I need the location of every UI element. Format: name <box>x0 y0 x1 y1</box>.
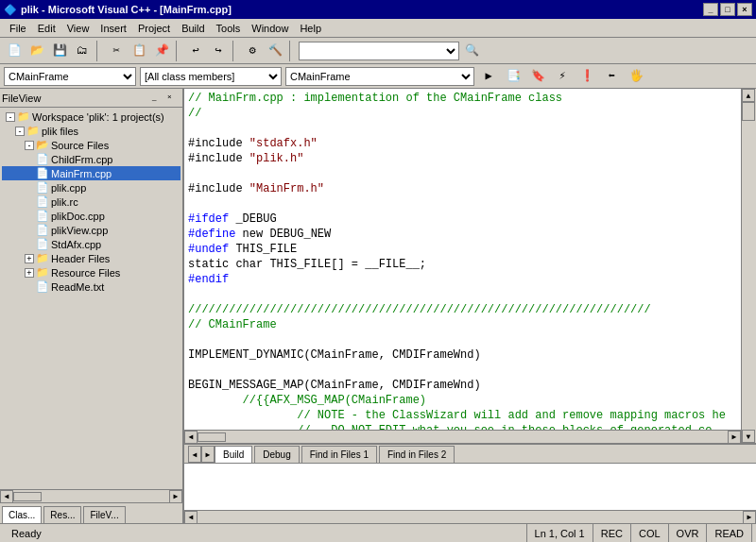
resource-expand-icon[interactable]: + <box>25 268 34 278</box>
output-content[interactable] <box>184 464 756 510</box>
vscroll-track[interactable] <box>742 102 756 430</box>
toolbar-icon-1[interactable]: 📑 <box>503 66 524 87</box>
plik-files-node[interactable]: - 📁 plik files <box>2 124 180 138</box>
vscroll-thumb[interactable] <box>742 102 755 121</box>
toolbar-icon-6[interactable]: 🖐 <box>626 66 646 87</box>
header-expand-icon[interactable]: + <box>25 254 34 263</box>
resource-tab[interactable]: Res... <box>43 506 81 523</box>
menu-tools[interactable]: Tools <box>211 21 247 36</box>
search-button[interactable]: 🔍 <box>461 41 482 61</box>
toolbar-separator-4 <box>289 41 295 61</box>
paste-button[interactable]: 📌 <box>151 41 172 61</box>
cpp-file-icon-3: 📄 <box>36 181 49 194</box>
editor-scroll-track[interactable] <box>198 432 728 443</box>
position-text: Ln 1, Col 1 <box>535 528 585 539</box>
plik-rc-file[interactable]: 📄 plik.rc <box>2 195 180 209</box>
editor-scroll-thumb[interactable] <box>198 432 226 442</box>
header-files-node[interactable]: + 📁 Header Files <box>2 251 180 265</box>
debug-tab[interactable]: Debug <box>254 446 299 463</box>
file-selector[interactable]: CMainFrame <box>285 67 474 86</box>
code-editor[interactable]: // MainFrm.cpp : implementation of the C… <box>184 89 741 430</box>
editor-scroll-left[interactable]: ◀ <box>184 431 198 444</box>
plikview-file[interactable]: 📄 plikView.cpp <box>2 223 180 237</box>
output-tab-right[interactable]: ▶ <box>201 446 215 463</box>
toolbar-icon-3[interactable]: ⚡ <box>552 66 573 87</box>
header-folder-icon: 📁 <box>36 252 49 264</box>
find-files-2-tab[interactable]: Find in Files 2 <box>379 446 455 463</box>
save-workspace-button[interactable]: 🗂 <box>72 41 93 61</box>
editor-scroll-up[interactable]: ▲ <box>742 89 755 102</box>
output-scrollbar-h[interactable]: ◀ ▶ <box>184 510 756 523</box>
tree-minimize[interactable]: _ <box>152 93 165 104</box>
cut-button[interactable]: ✂ <box>106 41 127 61</box>
tree-scroll-left[interactable]: ◀ <box>0 490 13 503</box>
member-selector[interactable]: [All class members] <box>140 67 282 86</box>
output-scroll-track[interactable] <box>198 512 743 523</box>
source-files-node[interactable]: - 📂 Source Files <box>2 138 180 152</box>
build-tab[interactable]: Build <box>215 446 252 463</box>
editor-vscrollbar[interactable]: ▲ ▼ <box>741 89 756 443</box>
mainfrm-file[interactable]: 📄 MainFrm.cpp <box>2 166 180 180</box>
tree-tabs: Clas... Res... FileV... <box>0 502 182 523</box>
tree-scroll-thumb[interactable] <box>13 492 42 501</box>
childfrm-file[interactable]: 📄 ChildFrm.cpp <box>2 152 180 166</box>
plik-cpp-file[interactable]: 📄 plik.cpp <box>2 180 180 195</box>
output-scroll-left[interactable]: ◀ <box>184 511 198 524</box>
menu-window[interactable]: Window <box>246 21 294 36</box>
new-button[interactable]: 📄 <box>4 41 25 61</box>
stdafx-label: StdAfx.cpp <box>51 239 101 250</box>
toolbar-icon-2[interactable]: 🔖 <box>527 66 548 87</box>
file-tree-title: FileView <box>2 93 41 104</box>
class-tab[interactable]: Clas... <box>2 506 42 523</box>
tree-scroll-track[interactable] <box>13 491 169 502</box>
toolbar-icon-5[interactable]: ⬅ <box>601 66 622 87</box>
plikdoc-file[interactable]: 📄 plikDoc.cpp <box>2 209 180 223</box>
menu-help[interactable]: Help <box>294 21 327 36</box>
search-dropdown[interactable] <box>299 42 459 60</box>
editor-scroll-right[interactable]: ▶ <box>728 431 741 444</box>
readme-file[interactable]: 📄 ReadMe.txt <box>2 279 180 294</box>
editor-scrollbar-h[interactable]: ◀ ▶ <box>184 430 741 443</box>
menu-file[interactable]: File <box>4 21 32 36</box>
save-button[interactable]: 💾 <box>49 41 70 61</box>
tree-content: - 📁 Workspace 'plik': 1 project(s) - 📁 p… <box>0 108 182 489</box>
class-selector[interactable]: CMainFrame <box>4 67 136 86</box>
minimize-button[interactable]: _ <box>703 3 718 16</box>
stdafx-file[interactable]: 📄 StdAfx.cpp <box>2 237 180 251</box>
workspace-root[interactable]: - 📁 Workspace 'plik': 1 project(s) <box>2 110 180 124</box>
editor-scroll-down[interactable]: ▼ <box>742 430 755 443</box>
cpp-file-icon-5: 📄 <box>36 224 49 236</box>
tree-close[interactable]: × <box>167 93 180 104</box>
main-toolbar: 📄 📂 💾 🗂 ✂ 📋 📌 ↩ ↪ ⚙ 🔨 🔍 <box>0 38 756 64</box>
maximize-button[interactable]: □ <box>720 3 735 16</box>
redo-button[interactable]: ↪ <box>208 41 229 61</box>
menu-build[interactable]: Build <box>176 21 210 36</box>
compile-button[interactable]: ⚙ <box>242 41 263 61</box>
toolbar-icon-4[interactable]: ❗ <box>576 66 597 87</box>
right-panel: // MainFrm.cpp : implementation of the C… <box>184 89 756 523</box>
undo-button[interactable]: ↩ <box>185 41 206 61</box>
source-expand-icon[interactable]: - <box>25 141 34 150</box>
ovr-text: OVR <box>677 528 699 539</box>
menu-edit[interactable]: Edit <box>32 21 61 36</box>
find-files-1-tab[interactable]: Find in Files 1 <box>301 446 377 463</box>
plik-expand-icon[interactable]: - <box>15 127 25 136</box>
copy-button[interactable]: 📋 <box>129 41 149 61</box>
output-scroll-right[interactable]: ▶ <box>743 511 756 524</box>
tree-scrollbar-h[interactable]: ◀ ▶ <box>0 489 182 502</box>
file-tree-header: FileView _ × <box>0 89 182 108</box>
output-tab-left[interactable]: ◀ <box>188 446 201 463</box>
app-icon: 🔷 <box>4 4 17 16</box>
build-button[interactable]: 🔨 <box>265 41 285 61</box>
menu-view[interactable]: View <box>61 21 95 36</box>
go-button[interactable]: ▶ <box>478 66 499 87</box>
fileview-tab[interactable]: FileV... <box>83 506 125 523</box>
close-button[interactable]: × <box>737 3 752 16</box>
open-button[interactable]: 📂 <box>26 41 47 61</box>
workspace-expand-icon[interactable]: - <box>6 112 15 122</box>
tree-scroll-right[interactable]: ▶ <box>169 490 182 503</box>
menu-insert[interactable]: Insert <box>94 21 132 36</box>
resource-files-node[interactable]: + 📁 Resource Files <box>2 265 180 279</box>
menu-project[interactable]: Project <box>132 21 176 36</box>
resource-folder-icon: 📁 <box>36 266 49 279</box>
